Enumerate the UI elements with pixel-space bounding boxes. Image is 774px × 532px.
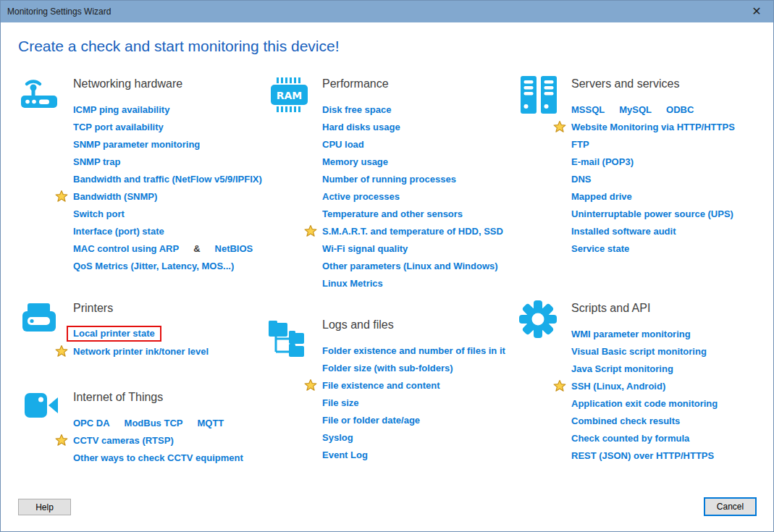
check-item: Service state: [571, 240, 774, 257]
servers-icon: [521, 76, 557, 116]
check-link[interactable]: ICMP ping availability: [73, 104, 169, 115]
check-item: MSSQLMySQLODBC: [571, 101, 774, 118]
check-link[interactable]: Event Log: [322, 449, 368, 460]
monitoring-settings-wizard-dialog: Monitoring Settings Wizard ✕ Create a ch…: [0, 0, 774, 532]
check-link[interactable]: E-mail (POP3): [571, 156, 634, 167]
text-separator: &: [193, 243, 200, 254]
page-title: Create a check and start monitoring this…: [18, 38, 340, 55]
check-link[interactable]: Interface (port) state: [73, 226, 164, 237]
check-item: Application exit code monitoring: [571, 394, 774, 412]
check-link[interactable]: Service state: [571, 243, 629, 254]
check-link[interactable]: File existence and content: [322, 380, 440, 391]
check-link[interactable]: Installed software audit: [571, 226, 676, 237]
check-link[interactable]: Linux Metrics: [322, 278, 383, 289]
star-icon: [55, 434, 68, 447]
check-item: REST (JSON) over HTTP/HTTPS: [571, 447, 774, 464]
star-icon: [55, 345, 68, 358]
section-title: Scripts and API: [571, 300, 774, 316]
help-button[interactable]: Help: [18, 499, 71, 515]
check-link[interactable]: SNMP trap: [73, 156, 121, 167]
check-link[interactable]: S.M.A.R.T. and temperature of HDD, SSD: [322, 226, 503, 237]
check-link[interactable]: Hard disks usage: [322, 122, 400, 132]
check-link[interactable]: Uninterruptable power source (UPS): [571, 208, 733, 219]
section-servers: Servers and services MSSQLMySQLODBCWebsi…: [516, 76, 774, 257]
check-link[interactable]: SNMP parameter monitoring: [73, 139, 200, 150]
camera-icon: [25, 393, 58, 418]
check-link[interactable]: Website Monitoring via HTTP/HTTPS: [571, 122, 735, 132]
check-link[interactable]: TCP port availability: [73, 122, 164, 132]
check-link[interactable]: Mapped drive: [571, 191, 632, 202]
check-link[interactable]: Temperature and other sensors: [322, 208, 463, 219]
check-link[interactable]: Visual Basic script monitoring: [571, 346, 707, 357]
section-title: Printers: [73, 300, 319, 316]
check-link[interactable]: Java Script monitoring: [571, 363, 673, 374]
router-icon: [21, 76, 57, 109]
check-link[interactable]: Network printer ink/toner level: [73, 346, 209, 357]
check-link[interactable]: ODBC: [666, 104, 694, 115]
check-link[interactable]: Disk free space: [322, 104, 391, 115]
check-link[interactable]: OPC DA: [73, 418, 110, 428]
check-link[interactable]: DNS: [571, 174, 591, 185]
check-link[interactable]: Local printer state: [67, 326, 161, 342]
printer-icon: [22, 303, 56, 336]
check-link[interactable]: Other ways to check CCTV equipment: [73, 452, 243, 463]
check-item: Combined check results: [571, 412, 774, 429]
star-icon: [553, 379, 566, 392]
check-link[interactable]: Other parameters (Linux and Windows): [322, 261, 498, 271]
section-scripts: Scripts and API WMI parameter monitoring…: [516, 300, 774, 464]
cancel-button[interactable]: Cancel: [704, 497, 757, 516]
check-link[interactable]: Active processes: [322, 191, 400, 202]
check-item: DNS: [571, 170, 774, 187]
check-link[interactable]: WMI parameter monitoring: [571, 329, 691, 339]
folder-tree-icon: [267, 319, 308, 357]
check-link[interactable]: Combined check results: [571, 415, 680, 426]
ram-icon: [271, 77, 308, 114]
check-item: Installed software audit: [571, 222, 774, 240]
check-link[interactable]: File size: [322, 397, 359, 408]
titlebar: Monitoring Settings Wizard ✕: [1, 1, 773, 22]
check-list: MSSQLMySQLODBCWebsite Monitoring via HTT…: [571, 101, 774, 257]
check-link[interactable]: Number of running processes: [322, 174, 456, 185]
check-link[interactable]: Syslog: [322, 432, 353, 443]
check-link[interactable]: Switch port: [73, 208, 125, 219]
check-list: WMI parameter monitoringVisual Basic scr…: [571, 325, 774, 464]
check-link[interactable]: MSSQL: [571, 104, 605, 115]
check-link[interactable]: Bandwidth (SNMP): [73, 191, 157, 202]
star-icon: [304, 379, 317, 392]
check-link[interactable]: ModBus TCP: [125, 418, 183, 428]
check-link[interactable]: Memory usage: [322, 156, 388, 167]
check-link[interactable]: Bandwidth and traffic (NetFlow v5/9/IPFI…: [73, 174, 262, 185]
close-icon[interactable]: ✕: [740, 1, 773, 22]
check-link[interactable]: Folder size (with sub-folders): [322, 363, 453, 373]
check-item: Check counted by formula: [571, 429, 774, 447]
check-link[interactable]: Check counted by formula: [571, 433, 689, 444]
check-item: Visual Basic script monitoring: [571, 342, 774, 360]
check-link[interactable]: MAC control using ARP: [73, 243, 179, 254]
check-link[interactable]: REST (JSON) over HTTP/HTTPS: [571, 450, 714, 461]
check-link[interactable]: Wi-Fi signal quality: [322, 243, 408, 254]
check-link[interactable]: QoS Metrics (Jitter, Latency, MOS...): [73, 261, 234, 271]
check-link[interactable]: CPU load: [322, 139, 364, 150]
check-link[interactable]: File or folder date/age: [322, 415, 420, 426]
check-link[interactable]: Folder existence and number of files in …: [322, 345, 505, 356]
check-item: FTP: [571, 135, 774, 153]
check-link[interactable]: SSH (Linux, Android): [571, 381, 665, 392]
check-link[interactable]: MySQL: [619, 104, 652, 115]
check-item: Uninterruptable power source (UPS): [571, 205, 774, 222]
check-link[interactable]: NetBIOS: [215, 243, 253, 254]
check-item: Mapped drive: [571, 187, 774, 205]
check-item: SSH (Linux, Android): [571, 377, 774, 394]
check-link[interactable]: CCTV cameras (RTSP): [73, 435, 174, 446]
window-title: Monitoring Settings Wizard: [1, 7, 111, 17]
check-link[interactable]: MQTT: [197, 418, 224, 428]
star-icon: [553, 120, 566, 133]
check-link[interactable]: FTP: [571, 139, 589, 150]
star-icon: [55, 190, 68, 203]
gear-icon: [519, 300, 557, 338]
section-title: Servers and services: [571, 76, 774, 92]
check-item: Linux Metrics: [322, 274, 565, 292]
check-item: E-mail (POP3): [571, 153, 774, 170]
check-item: Website Monitoring via HTTP/HTTPS: [571, 118, 774, 135]
check-link[interactable]: Application exit code monitoring: [571, 398, 718, 409]
check-item: Other parameters (Linux and Windows): [322, 257, 565, 274]
